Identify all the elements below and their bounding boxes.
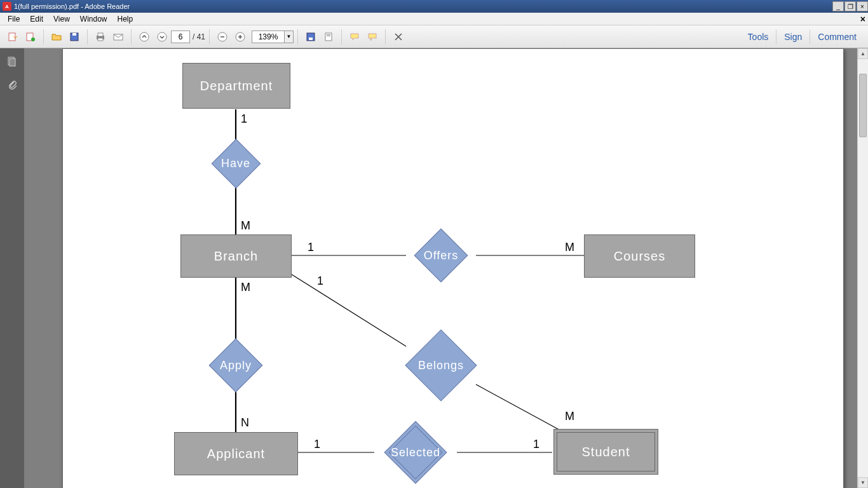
svg-rect-20 [327, 36, 330, 36]
menu-file[interactable]: File [3, 13, 25, 25]
document-close-icon[interactable]: × [860, 14, 865, 24]
save-copy-button[interactable] [303, 29, 318, 44]
svg-rect-17 [309, 37, 313, 40]
zoom-dropdown-button[interactable]: ▼ [285, 30, 294, 43]
page-up-button[interactable] [137, 29, 152, 44]
menu-view[interactable]: View [48, 13, 75, 25]
svg-rect-23 [10, 58, 15, 66]
pdf-page: Department Branch Courses Applicant Stud… [62, 48, 844, 488]
document-background: Department Branch Courses Applicant Stud… [24, 48, 868, 488]
attachments-icon[interactable] [5, 78, 19, 92]
vertical-scrollbar[interactable]: ▲ ▼ [857, 48, 868, 488]
cardinality-label: 1 [533, 438, 539, 451]
entity-label: Department [200, 79, 273, 93]
toolbar-separator [297, 29, 298, 44]
menu-help[interactable]: Help [112, 13, 139, 25]
relationship-label: Belongs [418, 359, 464, 372]
svg-line-30 [292, 274, 406, 346]
open-button[interactable] [49, 29, 64, 44]
menu-edit[interactable]: Edit [25, 13, 48, 25]
menu-window[interactable]: Window [75, 13, 112, 25]
comment-link[interactable]: Comment [810, 29, 864, 44]
sign-link[interactable]: Sign [776, 29, 810, 44]
close-button[interactable]: × [857, 1, 868, 11]
svg-point-9 [140, 32, 149, 41]
svg-rect-21 [369, 34, 376, 38]
svg-rect-4 [72, 33, 76, 36]
cardinality-label: 1 [317, 274, 323, 288]
toolbar-separator [209, 29, 210, 44]
svg-point-10 [158, 32, 166, 41]
window-title: 1(full permission).pdf - Adobe Reader [14, 3, 832, 10]
cardinality-label: 1 [314, 438, 320, 451]
pdf-icon: A [3, 2, 11, 11]
toolbar-separator [131, 29, 132, 44]
scroll-up-icon[interactable]: ▲ [858, 48, 868, 59]
cardinality-label: 1 [241, 112, 247, 126]
entity-student: Student [553, 429, 658, 475]
restore-button[interactable]: ❐ [844, 1, 856, 11]
minimize-button[interactable]: _ [832, 1, 844, 11]
toolbar-right-links: Tools Sign Comment [740, 29, 864, 44]
svg-point-2 [31, 37, 35, 41]
titlebar: A 1(full permission).pdf - Adobe Reader … [0, 0, 868, 13]
relationship-label: Selected [391, 446, 440, 459]
svg-rect-18 [325, 33, 332, 41]
scrollbar-thumb[interactable] [859, 74, 867, 137]
print-preview-button[interactable] [321, 29, 336, 44]
entity-label: Courses [614, 249, 665, 264]
svg-rect-19 [327, 34, 330, 35]
zoom-in-button[interactable] [233, 29, 248, 44]
create-pdf-button[interactable] [23, 29, 38, 44]
svg-rect-6 [98, 33, 103, 36]
export-pdf-button[interactable] [5, 29, 20, 44]
toolbar-separator [341, 29, 342, 44]
cardinality-label: M [241, 219, 250, 233]
print-button[interactable] [93, 29, 108, 44]
side-panel [0, 48, 24, 488]
main-area: Department Branch Courses Applicant Stud… [0, 48, 868, 488]
read-mode-button[interactable] [391, 29, 406, 44]
comment-button[interactable] [347, 29, 362, 44]
relationship-label: Apply [220, 359, 252, 372]
email-button[interactable] [111, 29, 126, 44]
entity-label: Student [582, 445, 630, 459]
cardinality-label: 1 [308, 241, 314, 254]
tools-link[interactable]: Tools [740, 29, 776, 44]
window-buttons: _ ❐ × [832, 1, 868, 11]
entity-department: Department [182, 63, 290, 109]
title-filename: 1(full permission).pdf [14, 3, 79, 10]
relationship-label: Have [221, 157, 250, 170]
cardinality-label: M [565, 241, 574, 254]
relationship-label: Offers [424, 249, 459, 262]
cardinality-label: M [565, 410, 574, 423]
svg-rect-7 [98, 38, 103, 41]
cardinality-label: N [241, 416, 249, 430]
save-button[interactable] [67, 29, 82, 44]
entity-label: Branch [214, 249, 258, 264]
page-number-input[interactable] [171, 30, 190, 43]
thumbnails-icon[interactable] [5, 55, 19, 69]
toolbar-separator [87, 29, 88, 44]
page-down-button[interactable] [154, 29, 170, 44]
toolbar-separator [385, 29, 386, 44]
entity-courses: Courses [584, 234, 695, 278]
page-total-label: / 41 [193, 32, 205, 41]
toolbar: / 41 ▼ Tools Sign Comment [0, 25, 868, 48]
highlight-button[interactable] [365, 29, 380, 44]
zoom-level-input[interactable] [252, 30, 285, 43]
zoom-out-button[interactable] [215, 29, 230, 44]
entity-label: Applicant [207, 447, 265, 461]
toolbar-separator [43, 29, 44, 44]
title-app: Adobe Reader [85, 3, 130, 10]
cardinality-label: M [241, 281, 250, 294]
entity-branch: Branch [180, 234, 292, 278]
scroll-down-icon[interactable]: ▼ [858, 477, 868, 488]
entity-applicant: Applicant [174, 432, 298, 475]
menubar: File Edit View Window Help × [0, 13, 868, 25]
